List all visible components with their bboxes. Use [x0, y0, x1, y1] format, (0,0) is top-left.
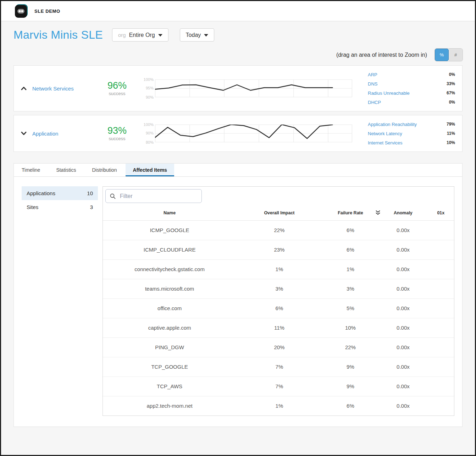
classifier-link-dhcp[interactable]: DHCP: [368, 100, 381, 105]
item-link[interactable]: app2.tech-mom.net: [103, 396, 236, 416]
org-selector-prefix: org: [118, 32, 126, 38]
tab-distribution[interactable]: Distribution: [85, 164, 124, 176]
category-item-sites[interactable]: Sites 3: [22, 200, 98, 214]
tab-statistics[interactable]: Statistics: [49, 164, 83, 176]
overall-impact-value: 22%: [236, 220, 322, 240]
application-sparkline[interactable]: [155, 125, 352, 142]
category-item-applications[interactable]: Applications 10: [22, 186, 98, 200]
application-score: 93% success: [96, 126, 138, 141]
column-header-overall-impact[interactable]: Overall Impact: [236, 205, 322, 220]
classifier-row: Internet Services 10%: [368, 138, 455, 147]
item-link[interactable]: ICMP_GOOGLE: [103, 220, 236, 240]
y-tick: 90%: [146, 131, 154, 135]
table-row: app2.tech-mom.net 1% 6% 0.00x: [103, 396, 454, 416]
overall-impact-value: 1%: [236, 396, 322, 416]
org-selector[interactable]: org Entire Org: [112, 28, 168, 42]
classifier-link-arp[interactable]: ARP: [368, 72, 377, 77]
category-label: Applications: [27, 190, 55, 196]
sle-card-network-services: Network Services 96% success 100% 95% 90…: [13, 65, 463, 111]
count-toggle-button[interactable]: #: [449, 49, 463, 61]
classifier-link-network-latency[interactable]: Network Latency: [368, 131, 402, 136]
item-link[interactable]: teams.microsoft.com: [103, 279, 236, 298]
classifier-value: 10%: [447, 140, 455, 145]
tab-bar: Timeline Statistics Distribution Affecte…: [14, 164, 462, 177]
classifier-value: 67%: [447, 90, 455, 95]
network-services-header[interactable]: Network Services: [21, 86, 96, 92]
page-title: Marvis Minis SLE: [13, 28, 103, 42]
network-services-sparkline[interactable]: [155, 79, 352, 97]
table-row: ICMP_GOOGLE 22% 6% 0.00x: [103, 220, 454, 240]
tab-timeline[interactable]: Timeline: [15, 164, 47, 176]
anomaly-value: 0.00x: [378, 259, 428, 279]
classifier-row: DNS 33%: [368, 79, 455, 88]
y-tick: 100%: [144, 122, 154, 127]
sle-link-application[interactable]: Application: [32, 131, 58, 137]
y-axis-labels: 100% 95% 90%: [142, 79, 155, 97]
failure-rate-value: 6%: [322, 396, 378, 416]
failure-rate-value: 9%: [322, 377, 378, 396]
chevron-up-icon[interactable]: [21, 86, 27, 90]
filter-input[interactable]: [120, 193, 197, 199]
item-link[interactable]: PING_DGW: [103, 337, 236, 357]
zoom-hint-text: (drag an area of interest to Zoom in): [336, 52, 427, 58]
table-header-row: Name Overall Impact Failure Rate Anomaly…: [103, 205, 454, 220]
y-axis-labels: 100% 90% 80%: [142, 125, 155, 142]
date-range-selector[interactable]: Today: [180, 28, 215, 42]
details-panel: Timeline Statistics Distribution Affecte…: [13, 163, 463, 427]
item-link[interactable]: office.com: [103, 298, 236, 318]
table-row: ICMP_CLOUDFLARE 23% 6% 0.00x: [103, 240, 454, 259]
chevron-down-icon: [204, 34, 208, 37]
anomaly-value: 0.00x: [378, 377, 428, 396]
sle-link-network-services[interactable]: Network Services: [32, 86, 74, 92]
failure-rate-label: Failure Rate: [338, 210, 363, 215]
item-link[interactable]: TCP_AWS: [103, 377, 236, 396]
column-header-01x[interactable]: 01x: [428, 205, 454, 220]
filter-box: [105, 189, 202, 203]
percent-toggle-button[interactable]: %: [435, 49, 449, 61]
marvis-robot-logo-icon[interactable]: [15, 4, 28, 18]
zoom-hint-row: (drag an area of interest to Zoom in) % …: [13, 49, 463, 61]
classifier-link-internet-services[interactable]: Internet Services: [368, 140, 403, 145]
column-header-failure-rate[interactable]: Failure Rate: [322, 205, 378, 220]
sle-card-application: Application 93% success 100% 90% 80% App…: [13, 115, 463, 152]
failure-rate-value: 5%: [322, 298, 378, 318]
overall-impact-value: 6%: [236, 298, 322, 318]
table-row: office.com 6% 5% 0.00x: [103, 298, 454, 318]
classifier-value: 0%: [449, 72, 455, 77]
classifier-link-application-reachability[interactable]: Application Reachability: [368, 122, 417, 127]
failure-rate-value: 10%: [322, 318, 378, 337]
score-value: 93%: [96, 126, 138, 136]
failure-rate-value: 3%: [322, 279, 378, 298]
date-range-value: Today: [186, 32, 201, 38]
category-count: 10: [87, 190, 93, 196]
overall-impact-value: 23%: [236, 240, 322, 259]
category-label: Sites: [27, 204, 38, 210]
item-link[interactable]: ICMP_CLOUDFLARE: [103, 240, 236, 259]
application-chart: 100% 90% 80%: [142, 125, 352, 142]
classifier-value: 79%: [447, 122, 455, 127]
classifier-link-radius-unreachable[interactable]: Radius Unreachable: [368, 90, 410, 96]
item-link[interactable]: captive.apple.com: [103, 318, 236, 337]
org-brand-name: SLE DEMO: [34, 9, 60, 14]
classifier-row: Network Latency 11%: [368, 129, 455, 138]
column-header-anomaly[interactable]: Anomaly: [378, 205, 428, 220]
application-header[interactable]: Application: [21, 131, 96, 137]
overall-impact-value: 20%: [236, 337, 322, 357]
score-label: success: [96, 91, 138, 96]
anomaly-value: 0.00x: [378, 279, 428, 298]
chevron-down-icon[interactable]: [21, 131, 27, 136]
failure-rate-value: 6%: [322, 220, 378, 240]
unit-toggle: % #: [435, 49, 463, 61]
score-label: success: [96, 136, 138, 141]
classifier-link-dns[interactable]: DNS: [368, 81, 377, 87]
anomaly-value: 0.00x: [378, 298, 428, 318]
item-link[interactable]: connectivitycheck.gstatic.com: [103, 259, 236, 279]
overall-impact-value: 3%: [236, 279, 322, 298]
title-row: Marvis Minis SLE org Entire Org Today: [13, 28, 463, 42]
failure-rate-value: 9%: [322, 357, 378, 377]
tab-affected-items[interactable]: Affected Items: [126, 164, 174, 176]
table-row: teams.microsoft.com 3% 3% 0.00x: [103, 279, 454, 298]
item-link[interactable]: TCP_GOOGLE: [103, 357, 236, 377]
y-tick: 80%: [146, 140, 154, 144]
column-header-name[interactable]: Name: [103, 205, 236, 220]
